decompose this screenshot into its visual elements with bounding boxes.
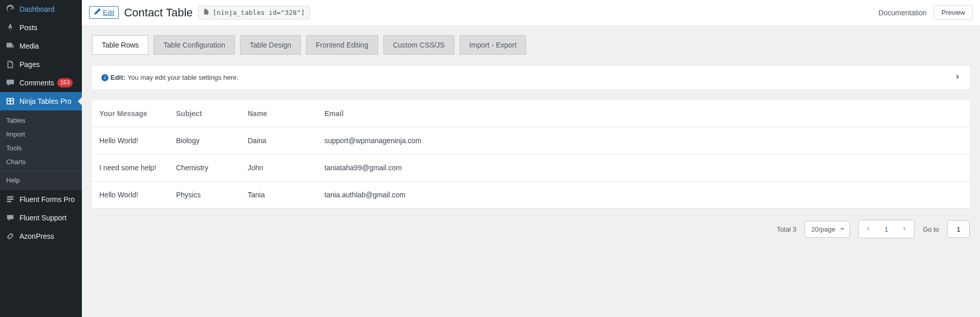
- shortcode-chip[interactable]: [ninja_tables id="328"]: [198, 6, 310, 19]
- sidebar-subitem-help[interactable]: Help: [0, 173, 82, 187]
- sidebar-subitem-import[interactable]: Import: [0, 127, 82, 141]
- goto-label: Go to: [923, 225, 939, 233]
- column-name[interactable]: Name: [241, 100, 317, 127]
- sidebar-item-ninja-tables-pro[interactable]: Ninja Tables Pro: [0, 92, 82, 110]
- cell-name: Daina: [241, 127, 317, 154]
- link-icon: [5, 231, 15, 241]
- chevron-right-icon: [955, 73, 961, 82]
- cell-email: tania.authlab@gmail.com: [317, 182, 970, 209]
- top-bar: Edit Contact Table [ninja_tables id="328…: [82, 0, 980, 25]
- cell-email: taniataha99@gmail.com: [317, 154, 970, 182]
- info-panel[interactable]: i Edit: You may edit your table settings…: [92, 66, 970, 89]
- tab-table-rows[interactable]: Table Rows: [92, 35, 148, 55]
- next-page-button[interactable]: [896, 220, 914, 238]
- support-icon: [5, 213, 15, 223]
- cell-message: Hello World!: [92, 127, 169, 154]
- page-size-select[interactable]: 20/page: [804, 221, 850, 238]
- info-body: You may edit your table settings here.: [127, 74, 238, 81]
- table-icon: [5, 96, 15, 106]
- info-icon: i: [101, 74, 108, 81]
- sidebar-item-dashboard[interactable]: Dashboard: [0, 0, 82, 18]
- document-icon: [203, 8, 210, 17]
- sidebar-item-label: Posts: [19, 24, 37, 32]
- edit-title-button[interactable]: Edit: [89, 6, 119, 19]
- table-header-row: Your MessageSubjectNameEmail: [92, 100, 970, 127]
- cell-subject: Chemistry: [169, 154, 241, 182]
- gauge-icon: [5, 4, 15, 14]
- prev-page-button[interactable]: [859, 220, 877, 238]
- sidebar-item-label: Ninja Tables Pro: [19, 97, 72, 105]
- sidebar-item-label: Dashboard: [19, 5, 55, 13]
- table-row[interactable]: Hello World!BiologyDainasupport@wpmanage…: [92, 127, 970, 154]
- tabs: Table RowsTable ConfigurationTable Desig…: [92, 35, 970, 55]
- sidebar-item-label: Pages: [19, 60, 40, 69]
- pager: 1: [858, 220, 914, 238]
- pagination: Total 3 20/page 1 Go to: [92, 220, 970, 238]
- comment-icon: [5, 78, 15, 88]
- sidebar-subitem-tools[interactable]: Tools: [0, 141, 82, 155]
- page-icon: [5, 59, 15, 70]
- sidebar-item-label: Fluent Support: [19, 214, 67, 222]
- sidebar-item-fluent-forms-pro[interactable]: Fluent Forms Pro: [0, 190, 82, 209]
- tab-custom-css-js[interactable]: Custom CSS/JS: [383, 35, 454, 55]
- sidebar-item-comments[interactable]: Comments153: [0, 74, 82, 92]
- forms-icon: [5, 194, 15, 205]
- badge: 153: [57, 78, 73, 87]
- cell-subject: Biology: [169, 127, 241, 154]
- sidebar-item-label: AzonPress: [19, 232, 54, 240]
- tab-frontend-editing[interactable]: Frontend Editing: [306, 35, 378, 55]
- shortcode-text: [ninja_tables id="328"]: [213, 9, 305, 16]
- documentation-link[interactable]: Documentation: [879, 9, 927, 17]
- sidebar-item-label: Fluent Forms Pro: [19, 195, 75, 203]
- sidebar-subitem-charts[interactable]: Charts: [0, 155, 82, 169]
- cell-subject: Physics: [169, 182, 241, 209]
- cell-name: John: [241, 154, 317, 182]
- pin-icon: [5, 22, 15, 33]
- sidebar-item-label: Media: [19, 42, 39, 50]
- tab-table-configuration[interactable]: Table Configuration: [154, 35, 235, 55]
- info-heading: Edit:: [111, 74, 125, 81]
- tab-import-export[interactable]: Import - Export: [460, 35, 527, 55]
- sidebar-item-label: Comments: [19, 79, 54, 87]
- sidebar-item-media[interactable]: Media: [0, 37, 82, 55]
- chevron-right-icon: [903, 225, 907, 233]
- sidebar-submenu: TablesImportToolsChartsHelp: [0, 110, 82, 190]
- cell-message: I need some help!: [92, 154, 169, 182]
- cell-name: Tania: [241, 182, 317, 209]
- table-row[interactable]: Hello World!PhysicsTaniatania.authlab@gm…: [92, 182, 970, 209]
- column-subject[interactable]: Subject: [169, 100, 241, 127]
- cell-message: Hello World!: [92, 182, 169, 209]
- media-icon: [5, 41, 15, 51]
- pencil-icon: [94, 8, 101, 17]
- chevron-left-icon: [866, 225, 870, 233]
- table-row[interactable]: I need some help!ChemistryJohntaniataha9…: [92, 154, 970, 182]
- page-title: Contact Table: [124, 6, 192, 19]
- column-email[interactable]: Email: [317, 100, 970, 127]
- current-page[interactable]: 1: [877, 225, 896, 233]
- sidebar-item-pages[interactable]: Pages: [0, 55, 82, 74]
- preview-button[interactable]: Preview: [934, 5, 973, 20]
- column-your-message[interactable]: Your Message: [92, 100, 169, 127]
- main-content: Edit Contact Table [ninja_tables id="328…: [82, 0, 980, 317]
- cell-email: support@wpmanageninja.com: [317, 127, 970, 154]
- goto-input[interactable]: [947, 220, 970, 238]
- data-table: Your MessageSubjectNameEmail Hello World…: [92, 100, 970, 209]
- sidebar-item-azonpress[interactable]: AzonPress: [0, 227, 82, 245]
- sidebar-item-posts[interactable]: Posts: [0, 18, 82, 37]
- page-size-label: 20/page: [811, 225, 835, 233]
- total-label: Total 3: [777, 225, 796, 233]
- admin-sidebar: DashboardPostsMediaPagesComments153Ninja…: [0, 0, 82, 317]
- sidebar-subitem-tables[interactable]: Tables: [0, 114, 82, 127]
- tab-table-design[interactable]: Table Design: [240, 35, 301, 55]
- edit-title-label: Edit: [103, 9, 114, 16]
- sidebar-item-fluent-support[interactable]: Fluent Support: [0, 209, 82, 227]
